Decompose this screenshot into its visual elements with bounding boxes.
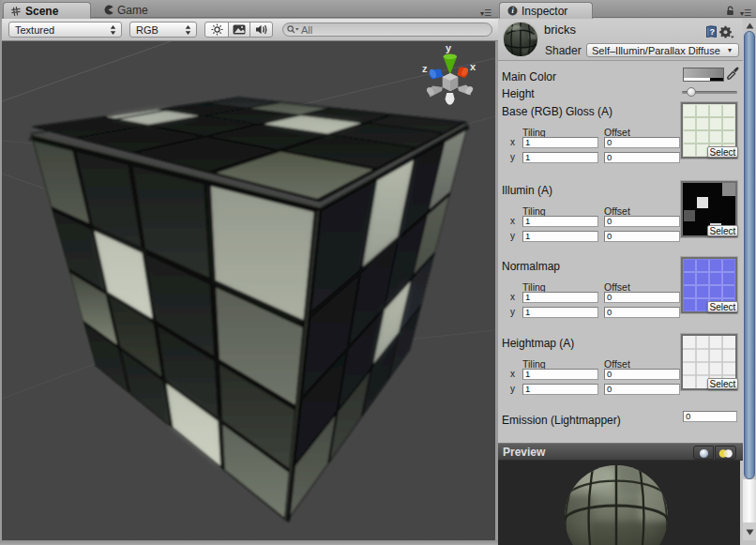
svg-text:?: ?	[710, 27, 716, 37]
svg-text:z: z	[422, 63, 428, 74]
svg-text:y: y	[446, 42, 452, 53]
svg-text:x: x	[470, 61, 476, 72]
